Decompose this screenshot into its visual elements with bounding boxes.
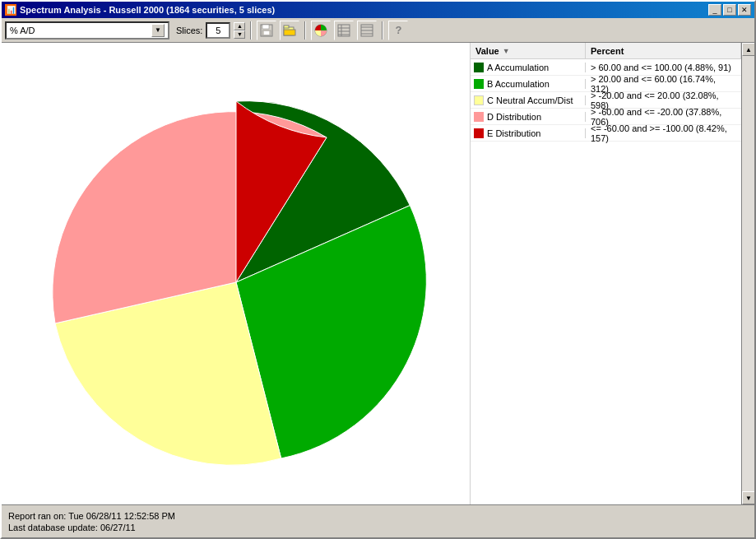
svg-rect-5 <box>284 26 289 28</box>
legend-row-c-value: C Neutral Accum/Dist <box>471 95 586 105</box>
restore-button[interactable]: □ <box>723 4 736 16</box>
slices-stepper: ▲ ▼ <box>234 22 245 39</box>
scroll-track[interactable] <box>742 56 754 491</box>
window-title: Spectrum Analysis - Russell 2000 (1864 s… <box>20 5 275 15</box>
main-window: 📊 Spectrum Analysis - Russell 2000 (1864… <box>0 0 756 539</box>
svg-rect-3 <box>264 31 269 35</box>
toolbar-separator-3 <box>382 21 383 39</box>
legend-row-a-detail: > 60.00 and <= 100.00 (4.88%, 91) <box>586 63 741 72</box>
status-line1: Report ran on: Tue 06/28/11 12:52:58 PM <box>8 511 748 521</box>
legend-label-e: E Distribution <box>487 128 540 138</box>
slices-input[interactable]: 5 <box>206 22 230 39</box>
svg-rect-6 <box>284 30 295 35</box>
save-button[interactable] <box>257 21 276 40</box>
legend-row-e-detail: <= -60.00 and >= -100.00 (8.42%, 157) <box>586 123 741 143</box>
legend-value-e: <= -60.00 and >= -100.00 <box>591 123 693 133</box>
title-bar: 📊 Spectrum Analysis - Russell 2000 (1864… <box>2 2 754 18</box>
legend-color-c <box>474 95 484 105</box>
legend-percent-a: (4.88%, 91) <box>684 63 731 72</box>
legend-col-percent-header[interactable]: Percent <box>586 43 741 58</box>
app-icon: 📊 <box>5 4 16 16</box>
legend-label-c: C Neutral Accum/Dist <box>487 95 573 105</box>
dropdown-value: % A/D <box>10 26 35 35</box>
legend-row-d-value: D Distribution <box>471 112 586 122</box>
main-content: Value ▼ Percent A Accumulation <box>2 43 754 504</box>
title-bar-left: 📊 Spectrum Analysis - Russell 2000 (1864… <box>5 4 275 16</box>
title-buttons: _ □ ✕ <box>708 4 751 16</box>
chart-type-button[interactable] <box>311 21 331 40</box>
legend-color-b <box>474 79 484 89</box>
legend-color-a <box>474 63 484 72</box>
scroll-down-button[interactable]: ▼ <box>742 491 754 504</box>
minimize-button[interactable]: _ <box>708 4 721 16</box>
legend-label-b: B Accumulation <box>487 79 550 89</box>
legend-row-e-value: E Distribution <box>471 128 586 138</box>
legend-value-b: > 20.00 and <= 60.00 <box>591 74 677 84</box>
status-line2: Last database update: 06/27/11 <box>8 523 748 532</box>
window-body: Value ▼ Percent A Accumulation <box>2 43 754 537</box>
legend-row-e: E Distribution <= -60.00 and >= -100.00 … <box>471 125 741 142</box>
legend-label-a: A Accumulation <box>487 63 549 72</box>
grid-view-button[interactable] <box>334 21 354 40</box>
scroll-up-button[interactable]: ▲ <box>742 43 754 56</box>
dropdown-arrow-icon[interactable]: ▼ <box>151 24 165 37</box>
legend-header: Value ▼ Percent <box>471 43 741 59</box>
svg-rect-1 <box>262 25 269 29</box>
stepper-up-button[interactable]: ▲ <box>234 22 245 30</box>
legend-panel: Value ▼ Percent A Accumulation <box>470 43 741 504</box>
value-column-label: Value <box>475 46 499 56</box>
legend-color-e <box>474 128 484 138</box>
legend-row-b-value: B Accumulation <box>471 79 586 89</box>
help-button[interactable]: ? <box>388 21 408 40</box>
stepper-down-button[interactable]: ▼ <box>234 30 245 39</box>
pie-chart <box>30 68 442 480</box>
legend-value-d: > -60.00 and <= -20.00 <box>591 107 683 117</box>
legend-color-d <box>474 112 484 122</box>
legend-col-value-header[interactable]: Value ▼ <box>471 43 586 58</box>
legend-value-a: > 60.00 and <= 100.00 <box>591 63 682 72</box>
open-button[interactable] <box>280 21 299 40</box>
status-bar: Report ran on: Tue 06/28/11 12:52:58 PM … <box>2 504 754 537</box>
columns-button[interactable] <box>357 21 377 40</box>
toolbar-separator-1 <box>250 21 252 39</box>
sort-icon: ▼ <box>503 47 510 55</box>
legend-value-c: > -20.00 and <= 20.00 <box>591 91 680 100</box>
legend-rows: A Accumulation > 60.00 and <= 100.00 (4.… <box>471 59 741 504</box>
toolbar-separator-2 <box>304 21 306 39</box>
percent-column-label: Percent <box>591 46 624 56</box>
legend-label-d: D Distribution <box>487 112 541 122</box>
chart-area <box>2 43 470 504</box>
scrollbar-vertical: ▲ ▼ <box>741 43 754 504</box>
close-button[interactable]: ✕ <box>738 4 751 16</box>
slices-label: Slices: <box>176 26 202 35</box>
legend-row-a-value: A Accumulation <box>471 63 586 72</box>
toolbar: % A/D ▼ Slices: 5 ▲ ▼ <box>2 18 754 43</box>
indicator-dropdown[interactable]: % A/D ▼ <box>5 21 169 39</box>
